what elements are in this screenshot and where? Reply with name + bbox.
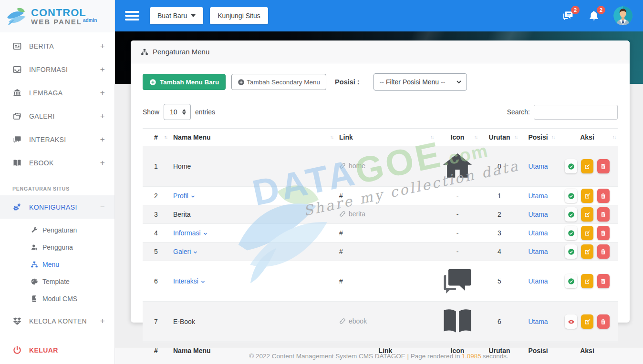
icon-placeholder: - <box>456 229 459 237</box>
edit-button[interactable] <box>581 189 593 203</box>
notifications-badge: 2 <box>597 6 605 14</box>
position-link[interactable]: Utama <box>528 248 548 255</box>
row-number: 7 <box>143 302 169 342</box>
position-filter-select[interactable]: -- Filter Posisi Menu -- <box>373 73 467 91</box>
status-enabled-button[interactable] <box>565 226 577 240</box>
position-link[interactable]: Utama <box>528 318 548 325</box>
sidebar-item-lembaga[interactable]: LEMBAGA + <box>0 81 114 104</box>
sidebar: CONTROL WEB PANELadmin BERITA + INFORMAS… <box>0 0 114 364</box>
menu-link: # <box>339 277 343 285</box>
sidebar-item-keluar[interactable]: KELUAR <box>0 338 114 362</box>
row-number: 4 <box>143 224 169 243</box>
menu-order: 4 <box>479 243 519 261</box>
add-secondary-menu-button[interactable]: Tambah Secondary Menu <box>231 74 326 90</box>
chevron-down-icon <box>191 14 196 17</box>
sidebar-item-informasi[interactable]: INFORMASI + <box>0 58 114 81</box>
delete-button[interactable] <box>597 244 610 259</box>
sidebar-item-ebook[interactable]: EBOOK + <box>0 151 114 174</box>
edit-button[interactable] <box>581 244 593 259</box>
sidebar-item-konfigurasi[interactable]: KONFIGURASI − <box>0 195 114 219</box>
row-number: 3 <box>143 205 169 224</box>
column-header-nama-menu[interactable]: Nama Menu↑↓ <box>169 129 335 146</box>
position-link[interactable]: Utama <box>528 229 548 237</box>
status-enabled-button[interactable] <box>565 159 577 173</box>
page-title: Pengaturan Menu <box>153 48 209 56</box>
visit-site-button[interactable]: Kunjungi Situs <box>210 7 268 24</box>
expand-plus-icon[interactable]: + <box>100 111 105 121</box>
column-header-urutan[interactable]: Urutan↑↓ <box>479 129 519 146</box>
sidebar-subitem-pengguna[interactable]: Pengguna <box>0 239 114 256</box>
position-link[interactable]: Utama <box>528 162 548 170</box>
expand-plus-icon[interactable]: + <box>100 135 105 144</box>
sidebar-item-label: KONFIGURASI <box>29 203 77 211</box>
expand-plus-icon[interactable]: + <box>100 316 105 326</box>
logo-title: CONTROL <box>31 8 97 18</box>
edit-button[interactable] <box>581 226 593 240</box>
column-header-posisi[interactable]: Posisi↑↓ <box>519 129 557 146</box>
avatar[interactable] <box>613 6 633 25</box>
delete-button[interactable] <box>597 189 610 203</box>
menu-name-link[interactable]: Informasi <box>173 229 207 237</box>
status-hidden-button[interactable] <box>565 314 577 329</box>
expand-plus-icon[interactable]: + <box>100 41 105 51</box>
edit-button[interactable] <box>581 274 593 288</box>
expand-plus-icon[interactable]: + <box>100 88 105 98</box>
chevron-down-icon <box>456 79 462 85</box>
delete-button[interactable] <box>597 274 610 288</box>
column-header-aksi[interactable]: Aksi↑↓ <box>557 129 618 146</box>
edit-button[interactable] <box>581 159 593 173</box>
position-link[interactable]: Utama <box>528 192 548 200</box>
delete-button[interactable] <box>597 314 610 329</box>
column-header-link[interactable]: Link↑↓ <box>335 129 436 146</box>
menu-link: # <box>339 248 343 255</box>
status-enabled-button[interactable] <box>565 244 577 259</box>
table-row: 2 Profil # - 1 Utama <box>143 187 618 205</box>
delete-button[interactable] <box>597 226 610 240</box>
edit-button[interactable] <box>581 207 593 222</box>
sidebar-subitem-menu[interactable]: Menu <box>0 256 114 273</box>
messages-button[interactable]: 2 <box>562 10 574 22</box>
page-length-select[interactable]: 10 <box>164 104 191 120</box>
position-link[interactable]: Utama <box>528 211 548 218</box>
sidebar-item-kelola-konten[interactable]: KELOLA KONTEN + <box>0 309 114 333</box>
delete-button[interactable] <box>597 207 610 222</box>
menu-name-link[interactable]: Galeri <box>173 248 197 255</box>
column-header-icon[interactable]: Icon↑↓ <box>436 129 479 146</box>
dropbox-icon <box>12 316 22 326</box>
palette-icon <box>31 278 38 285</box>
expand-plus-icon[interactable]: + <box>100 65 105 74</box>
link-chain-icon <box>339 318 346 324</box>
expand-plus-icon[interactable]: + <box>100 158 105 168</box>
status-enabled-button[interactable] <box>565 274 577 288</box>
chevron-down-icon <box>203 232 207 236</box>
sidebar-item-label: KELUAR <box>29 346 58 354</box>
status-enabled-button[interactable] <box>565 189 577 203</box>
menu-name-link[interactable]: Profil <box>173 192 195 200</box>
power-icon <box>12 345 22 355</box>
gears-icon <box>12 202 22 212</box>
create-new-button[interactable]: Buat Baru <box>150 7 203 24</box>
notifications-button[interactable]: 2 <box>588 10 600 22</box>
status-enabled-button[interactable] <box>565 207 577 222</box>
sidebar-subitem-modul-cms[interactable]: Modul CMS <box>0 290 114 307</box>
link-chain-icon <box>339 162 346 169</box>
delete-button[interactable] <box>597 159 610 173</box>
add-menu-button[interactable]: Tambah Menu Baru <box>143 74 226 90</box>
icon-placeholder: - <box>456 192 459 200</box>
sidebar-subitem-label: Pengguna <box>42 243 73 251</box>
sidebar-item-interaksi[interactable]: INTERAKSI + <box>0 128 114 151</box>
sidebar-subitem-template[interactable]: Template <box>0 273 114 290</box>
sidebar-item-berita[interactable]: BERITA + <box>0 34 114 58</box>
sidebar-item-galeri[interactable]: GALERI + <box>0 104 114 128</box>
collapse-minus-icon[interactable]: − <box>100 202 105 212</box>
edit-button[interactable] <box>581 314 593 329</box>
search-input[interactable] <box>534 105 618 120</box>
menu-name-link[interactable]: Interaksi <box>173 277 205 285</box>
hamburger-icon[interactable] <box>125 9 139 23</box>
sidebar-subitem-pengaturan[interactable]: Pengaturan <box>0 222 114 239</box>
column-header-num[interactable]: #↑↓ <box>143 129 169 146</box>
table-footer-row: # Nama Menu Link Icon Urutan Posisi Aksi <box>143 342 618 360</box>
comments-icon <box>439 263 476 299</box>
position-link[interactable]: Utama <box>528 277 548 285</box>
create-new-label: Buat Baru <box>157 12 187 20</box>
